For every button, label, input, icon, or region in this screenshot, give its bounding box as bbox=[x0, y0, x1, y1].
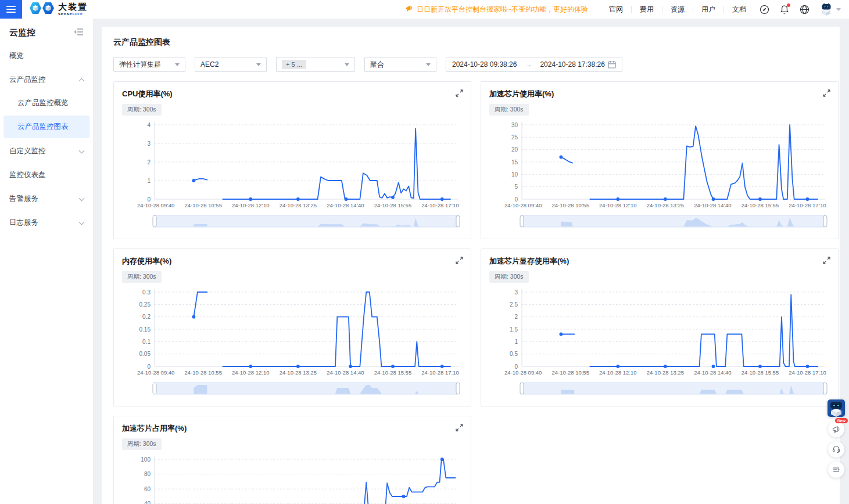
svg-text:24-10-28 17:10: 24-10-28 17:10 bbox=[421, 202, 458, 208]
svg-text:10: 10 bbox=[511, 171, 518, 178]
assistant-avatar[interactable] bbox=[827, 399, 845, 417]
compass-icon[interactable] bbox=[760, 5, 769, 15]
filter-bar: 弹性计算集群 AEC2 + 5 ... 聚合 2024-10-28 09:38:… bbox=[113, 57, 828, 72]
chart-title: 加速芯片使用率(%) bbox=[489, 89, 830, 99]
metrics-multi-select[interactable]: + 5 ... bbox=[276, 57, 355, 72]
sidebar-item-custom-monitoring[interactable]: 自定义监控 bbox=[0, 139, 93, 163]
globe-icon[interactable] bbox=[800, 5, 809, 15]
chart-title: 加速芯片占用率(%) bbox=[122, 423, 463, 434]
chart-card-accel-chip-vram-usage: 加速芯片显存使用率(%) 周期: 300s 00.511.522.5324-10… bbox=[481, 249, 839, 406]
expand-icon[interactable] bbox=[823, 256, 830, 267]
product-select[interactable]: 弹性计算集群 bbox=[113, 57, 185, 72]
nav-link-billing[interactable]: 费用 bbox=[632, 5, 662, 15]
chart-card-cpu-usage: CPU使用率(%) 周期: 300s 0123424-10-28 09:4024… bbox=[113, 81, 471, 239]
nav-link-users[interactable]: 用户 bbox=[693, 5, 723, 15]
nav-link-docs[interactable]: 文档 bbox=[724, 5, 754, 15]
calendar-icon bbox=[608, 60, 616, 69]
memory-usage-chart[interactable]: 00.050.10.150.20.250.324-10-28 09:4024-1… bbox=[122, 285, 463, 401]
support-button[interactable] bbox=[828, 441, 844, 458]
svg-text:24-10-28 12:10: 24-10-28 12:10 bbox=[232, 369, 269, 376]
chevron-down-icon[interactable] bbox=[836, 8, 841, 11]
svg-text:1: 1 bbox=[147, 178, 151, 184]
date-range-arrow: → bbox=[525, 60, 532, 69]
sidebar-collapse-icon[interactable] bbox=[74, 28, 84, 38]
expand-icon[interactable] bbox=[456, 423, 463, 434]
sidebar-item-overview[interactable]: 概览 bbox=[0, 44, 93, 68]
sidebar-item-alert-service[interactable]: 告警服务 bbox=[0, 187, 93, 211]
cpu-usage-chart[interactable]: 0123424-10-28 09:4024-10-28 10:5524-10-2… bbox=[122, 118, 463, 234]
svg-text:24-10-28 15:55: 24-10-28 15:55 bbox=[374, 202, 411, 208]
announcement-text: 日日新开放平台控制台搬家啦~不变的功能，更好的体验 bbox=[417, 5, 588, 15]
date-range-picker[interactable]: 2024-10-28 09:38:26 → 2024-10-28 17:38:2… bbox=[446, 57, 622, 72]
hamburger-menu-button[interactable] bbox=[0, 0, 22, 19]
feedback-button[interactable] bbox=[828, 462, 844, 478]
svg-text:24-10-28 13:25: 24-10-28 13:25 bbox=[647, 369, 684, 376]
svg-text:20: 20 bbox=[511, 146, 518, 153]
svg-text:25: 25 bbox=[511, 134, 518, 141]
chevron-down-icon bbox=[345, 63, 349, 66]
svg-text:30: 30 bbox=[511, 122, 518, 128]
expand-icon[interactable] bbox=[823, 89, 830, 99]
megaphone-icon bbox=[406, 5, 414, 14]
nav-link-official-site[interactable]: 官网 bbox=[601, 5, 631, 15]
top-bar: 大装置 sensecore 日日新开放平台控制台搬家啦~不变的功能，更好的体验 … bbox=[0, 0, 849, 19]
svg-text:1.5: 1.5 bbox=[510, 326, 518, 333]
aggregation-select[interactable]: 聚合 bbox=[364, 57, 436, 72]
svg-text:24-10-28 10:55: 24-10-28 10:55 bbox=[185, 202, 222, 208]
svg-text:24-10-28 15:55: 24-10-28 15:55 bbox=[374, 369, 411, 376]
svg-text:24-10-28 14:40: 24-10-28 14:40 bbox=[694, 369, 731, 376]
feedback-form-icon bbox=[832, 466, 840, 473]
svg-text:0.1: 0.1 bbox=[142, 339, 151, 345]
svg-text:40: 40 bbox=[144, 501, 151, 504]
instance-select[interactable]: AEC2 bbox=[195, 57, 267, 72]
svg-text:24-10-28 09:40: 24-10-28 09:40 bbox=[504, 369, 542, 376]
accel-chip-vram-usage-chart[interactable]: 00.511.522.5324-10-28 09:4024-10-28 10:5… bbox=[489, 285, 830, 401]
svg-text:24-10-28 17:10: 24-10-28 17:10 bbox=[789, 202, 826, 208]
period-tag: 周期: 300s bbox=[122, 438, 162, 450]
sidebar-item-cloud-product-monitoring[interactable]: 云产品监控 bbox=[0, 68, 93, 92]
svg-text:3: 3 bbox=[147, 141, 151, 147]
page-title: 云产品监控图表 bbox=[113, 37, 828, 48]
svg-text:0.05: 0.05 bbox=[139, 351, 151, 357]
chevron-down-icon bbox=[175, 63, 180, 66]
svg-text:24-10-28 09:40: 24-10-28 09:40 bbox=[137, 369, 174, 376]
brand-logo[interactable]: 大装置 sensecore bbox=[29, 1, 88, 17]
accel-chip-occupancy-chart[interactable]: 02040608010024-10-28 09:4024-10-28 10:55… bbox=[122, 452, 463, 504]
sidebar-item-log-service[interactable]: 日志服务 bbox=[0, 211, 93, 235]
svg-text:4: 4 bbox=[147, 122, 151, 128]
svg-text:1: 1 bbox=[514, 339, 518, 345]
accel-chip-usage-chart[interactable]: 05101520253024-10-28 09:4024-10-28 10:55… bbox=[489, 118, 830, 234]
chart-title: 内存使用率(%) bbox=[122, 256, 463, 267]
svg-text:2: 2 bbox=[514, 314, 518, 320]
svg-text:15: 15 bbox=[511, 159, 518, 165]
svg-text:2: 2 bbox=[147, 159, 151, 165]
svg-text:0: 0 bbox=[514, 196, 518, 203]
svg-text:24-10-28 15:55: 24-10-28 15:55 bbox=[741, 369, 779, 376]
svg-text:60: 60 bbox=[144, 486, 151, 492]
sidebar-item-dashboard[interactable]: 监控仪表盘 bbox=[0, 163, 93, 187]
chevron-down-icon bbox=[79, 219, 85, 225]
sensecore-logo-icon bbox=[29, 1, 55, 17]
chevron-down-icon bbox=[79, 195, 85, 201]
svg-text:24-10-28 17:10: 24-10-28 17:10 bbox=[421, 369, 458, 376]
svg-text:0.2: 0.2 bbox=[142, 314, 151, 320]
sidebar-item-cloud-product-monitoring-charts[interactable]: 云产品监控图表 bbox=[3, 116, 89, 138]
svg-text:0.3: 0.3 bbox=[142, 289, 151, 296]
sidebar-item-cloud-product-monitoring-overview[interactable]: 云产品监控概览 bbox=[0, 92, 93, 114]
announcement-banner[interactable]: 日日新开放平台控制台搬家啦~不变的功能，更好的体验 bbox=[406, 5, 588, 15]
period-tag: 周期: 300s bbox=[122, 271, 162, 283]
svg-text:100: 100 bbox=[141, 456, 151, 463]
date-range-start: 2024-10-28 09:38:26 bbox=[452, 60, 517, 69]
notification-bell-icon[interactable] bbox=[780, 5, 789, 15]
promotions-button[interactable]: New bbox=[828, 421, 844, 437]
date-range-end: 2024-10-28 17:38:26 bbox=[540, 60, 604, 69]
floating-toolbar: New bbox=[827, 399, 845, 478]
nav-link-resources[interactable]: 资源 bbox=[662, 5, 693, 15]
svg-text:0: 0 bbox=[147, 196, 151, 203]
user-avatar[interactable] bbox=[819, 2, 833, 16]
svg-text:24-10-28 10:55: 24-10-28 10:55 bbox=[185, 369, 222, 376]
expand-icon[interactable] bbox=[456, 89, 463, 99]
period-tag: 周期: 300s bbox=[489, 104, 529, 116]
svg-text:24-10-28 14:40: 24-10-28 14:40 bbox=[327, 202, 364, 208]
expand-icon[interactable] bbox=[456, 256, 463, 267]
